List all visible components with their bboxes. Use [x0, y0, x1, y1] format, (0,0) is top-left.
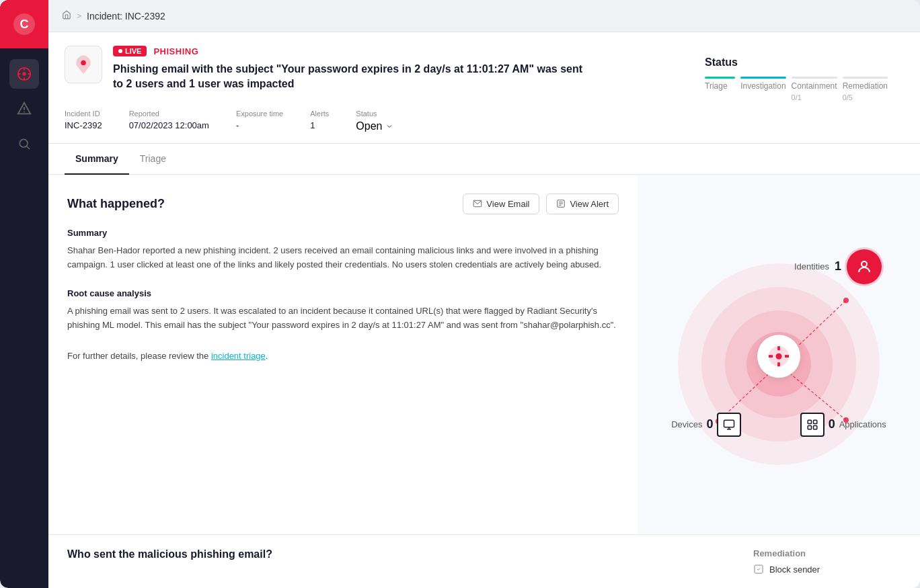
- status-step-remediation: Remediation 0/5: [843, 77, 888, 101]
- incident-icon: [65, 46, 102, 83]
- status-panel: Status Triage Investigation: [689, 46, 904, 143]
- meta-status: Status Open: [356, 110, 393, 132]
- step-bar-containment: [792, 77, 837, 79]
- svg-rect-35: [724, 420, 734, 427]
- incident-metadata: Incident ID INC-2392 Reported 07/02/2023…: [65, 100, 673, 143]
- sidebar: C: [0, 0, 48, 588]
- incident-triage-link[interactable]: incident triage: [211, 351, 266, 361]
- app-logo[interactable]: C: [0, 0, 48, 48]
- svg-point-25: [843, 298, 849, 303]
- applications-icon: [800, 413, 825, 437]
- tab-triage[interactable]: Triage: [129, 144, 177, 175]
- summary-section: Summary Shahar Ben-Hador reported a new …: [67, 228, 619, 272]
- svg-point-34: [861, 261, 867, 267]
- status-dropdown[interactable]: Open: [356, 120, 393, 132]
- meta-incident-id: Incident ID INC-2392: [65, 110, 102, 132]
- main-panel: What happened? View Email: [48, 175, 638, 534]
- summary-text: Shahar Ben-Hador reported a new phishing…: [67, 243, 619, 272]
- view-email-button[interactable]: View Email: [463, 194, 539, 214]
- remediation-title: Remediation: [753, 548, 901, 558]
- svg-rect-39: [813, 420, 816, 423]
- step-bar-investigation: [740, 77, 785, 79]
- step-bar-triage: [705, 77, 735, 79]
- status-step-investigation: Investigation: [740, 77, 785, 101]
- svg-point-9: [24, 112, 25, 113]
- action-buttons: View Email View Alert: [463, 194, 619, 214]
- top-navigation: > Incident: INC-2392: [48, 0, 920, 32]
- bottom-left: Who sent the malicious phishing email?: [67, 548, 272, 560]
- identities-node: Identities 1: [794, 249, 882, 284]
- root-cause-section: Root cause analysis A phishing email was…: [67, 288, 619, 333]
- breadcrumb-separator: >: [77, 11, 81, 21]
- step-bar-remediation: [843, 77, 888, 79]
- svg-rect-41: [813, 425, 816, 429]
- applications-node: 0 Applications: [800, 413, 886, 437]
- body-area: What happened? View Email: [48, 175, 920, 534]
- svg-text:C: C: [20, 17, 29, 31]
- status-step-containment: Containment 0/1: [792, 77, 837, 101]
- meta-exposure: Exposure time -: [236, 110, 283, 132]
- svg-point-29: [776, 353, 782, 360]
- center-threat-icon: [757, 335, 800, 378]
- remediation-panel: Remediation Block sender: [753, 548, 901, 575]
- bottom-section: Who sent the malicious phishing email? R…: [48, 534, 920, 588]
- root-cause-title: Root cause analysis: [67, 288, 619, 298]
- incident-info: LIVE PHISHING Phishing email with the su…: [113, 46, 673, 92]
- root-cause-text: A phishing email was sent to 2 users. It…: [67, 304, 619, 333]
- sidebar-item-incidents[interactable]: [9, 59, 39, 89]
- main-content: > Incident: INC-2392: [48, 0, 920, 588]
- identity-icon: [847, 249, 882, 284]
- radar-visualization: Identities 1 Devices 0: [664, 240, 893, 468]
- incident-title: Phishing email with the subject "Your pa…: [113, 62, 584, 92]
- status-steps: Triage Investigation Containment 0/1: [705, 77, 888, 101]
- breadcrumb-current: Incident: INC-2392: [87, 11, 165, 22]
- visualization-panel: Identities 1 Devices 0: [638, 175, 920, 534]
- live-dot: [118, 49, 122, 53]
- what-happened-title: What happened?: [67, 197, 165, 211]
- status-step-triage: Triage: [705, 77, 735, 101]
- incident-header: LIVE PHISHING Phishing email with the su…: [48, 32, 920, 144]
- remediation-item-block: Block sender: [753, 564, 901, 575]
- devices-icon: [717, 413, 741, 437]
- summary-section-title: Summary: [67, 228, 619, 238]
- phishing-badge: PHISHING: [153, 46, 198, 56]
- live-badge: LIVE: [113, 46, 147, 56]
- devices-node: Devices 0: [671, 413, 741, 437]
- tab-summary[interactable]: Summary: [65, 144, 129, 175]
- meta-reported: Reported 07/02/2023 12:00am: [129, 110, 209, 132]
- status-title: Status: [705, 56, 888, 69]
- svg-line-11: [27, 146, 30, 149]
- tabs-bar: Summary Triage: [48, 144, 920, 175]
- meta-alerts: Alerts 1: [310, 110, 329, 132]
- svg-point-12: [81, 60, 86, 66]
- svg-point-3: [22, 72, 26, 76]
- svg-rect-38: [808, 420, 811, 423]
- bottom-question: Who sent the malicious phishing email?: [67, 548, 272, 560]
- view-alert-button[interactable]: View Alert: [546, 194, 619, 214]
- further-details-section: For further details, please review the i…: [67, 349, 619, 363]
- sidebar-item-alerts[interactable]: [9, 94, 39, 124]
- sidebar-navigation: [9, 48, 39, 588]
- svg-rect-40: [808, 425, 811, 429]
- sidebar-item-search[interactable]: [9, 129, 39, 159]
- breadcrumb-home[interactable]: [62, 10, 71, 22]
